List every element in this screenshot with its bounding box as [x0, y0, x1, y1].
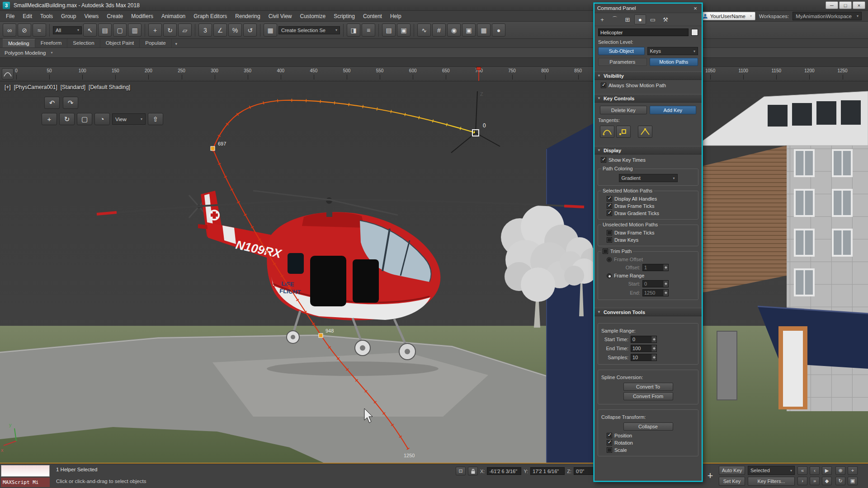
menu-item-help[interactable]: Help	[386, 11, 406, 21]
spinner[interactable]	[663, 281, 668, 287]
go-to-end-button[interactable]: »	[810, 477, 820, 485]
object-name-field[interactable]: Helicopter	[598, 28, 689, 36]
checkbox-position[interactable]: Position	[600, 432, 696, 439]
delete-key-button[interactable]: Delete Key	[600, 106, 647, 114]
tangent-linear-button[interactable]	[638, 126, 652, 138]
viewport-general-menu[interactable]: [+]	[5, 84, 11, 90]
rollout-display-header[interactable]: ▼ Display	[594, 146, 702, 155]
key-filters-button[interactable]: Key Filters...	[748, 477, 795, 486]
menu-item-animation[interactable]: Animation	[157, 11, 189, 21]
unlink-selection-icon[interactable]: ⊘	[18, 23, 31, 37]
isolate-selection-icon[interactable]: ⊡	[456, 467, 466, 475]
next-frame-button[interactable]: ›	[797, 477, 807, 485]
rectangular-selection-region-icon[interactable]: ▢	[113, 23, 127, 37]
tab-selection[interactable]: Selection	[67, 39, 100, 47]
keys-dropdown[interactable]: Keys ▾	[647, 47, 698, 55]
checkbox-draw-keys[interactable]: Draw Keys	[600, 236, 696, 244]
named-selection-sets-dropdown[interactable]: Create Selection Se▾	[278, 26, 340, 34]
create-tab-icon[interactable]: +	[596, 14, 608, 24]
undo-button[interactable]: ↶	[44, 97, 60, 109]
select-object-icon[interactable]: ↖	[83, 23, 97, 37]
tangent-smooth-button[interactable]	[600, 126, 614, 138]
samples-field[interactable]: 10	[631, 354, 657, 361]
rollout-visibility-header[interactable]: ▼ Visibility	[594, 71, 702, 80]
spinner-snap-toggle-icon[interactable]: ↺	[243, 23, 257, 37]
curve-editor-icon[interactable]: ∿	[417, 23, 431, 37]
menu-item-rendering[interactable]: Rendering	[231, 11, 264, 21]
key-mode-toggle-button[interactable]: ◆	[822, 477, 832, 485]
maximize-button[interactable]: □	[839, 1, 852, 9]
redo-button[interactable]: ↷	[63, 97, 78, 109]
zoom-button[interactable]: ⊕	[835, 466, 845, 475]
tab-object-paint[interactable]: Object Paint	[100, 39, 140, 47]
set-key-button[interactable]: Set Key	[719, 477, 745, 486]
viewport[interactable]: N109RX LIFE FLIGHT	[0, 81, 868, 464]
menu-item-graph-editors[interactable]: Graph Editors	[189, 11, 231, 21]
motion-paths-button[interactable]: Motion Paths	[650, 58, 698, 66]
utilities-tab-icon[interactable]: ⚒	[660, 14, 671, 24]
transform-gizmo-icon[interactable]: +	[704, 468, 716, 483]
navy-entrance-wall[interactable]	[546, 122, 596, 464]
spinner[interactable]	[651, 336, 656, 343]
menu-item-content[interactable]: Content	[359, 11, 386, 21]
tab-freeform[interactable]: Freeform	[35, 39, 68, 47]
select-and-link-icon[interactable]: ∞	[3, 23, 16, 37]
menu-item-civil-view[interactable]: Civil View	[264, 11, 296, 21]
play-animation-button[interactable]: ▶	[822, 466, 832, 475]
modify-tab-icon[interactable]: ⌒	[609, 14, 621, 24]
mirror-icon[interactable]: ◨	[347, 23, 360, 37]
workspace-dropdown[interactable]: MyAnimationWorkspace ▾	[793, 12, 862, 20]
y-coordinate-field[interactable]: 17'2 1 6/16"	[530, 467, 565, 475]
render-production-icon[interactable]: ●	[492, 23, 505, 37]
spinner[interactable]	[663, 264, 668, 271]
align-icon[interactable]: ≡	[362, 23, 375, 37]
end-field[interactable]: 1250	[642, 289, 669, 296]
checkbox-draw-frame-ticks[interactable]: Draw Frame Ticks	[600, 202, 696, 210]
motion-tab-icon[interactable]: ●	[634, 14, 646, 24]
keyframe-697[interactable]	[211, 146, 215, 150]
menu-item-group[interactable]: Group	[57, 11, 80, 21]
auto-key-button[interactable]: Auto Key	[719, 466, 745, 475]
menu-item-customize[interactable]: Customize	[296, 11, 330, 21]
spinner[interactable]	[651, 354, 656, 361]
start-time-field[interactable]: 0	[631, 336, 657, 343]
tab-populate[interactable]: Populate	[140, 39, 171, 47]
add-key-button[interactable]: Add Key	[650, 106, 697, 114]
offset-field[interactable]: 1	[642, 264, 669, 271]
orbit-tool-icon[interactable]: ◔	[94, 113, 110, 125]
view-dropdown[interactable]: View ▾	[112, 113, 146, 125]
maximize-tool-icon[interactable]: ⇧	[148, 113, 163, 125]
timeline-ticks[interactable]: 0501001502002503003504004505005506006507…	[0, 67, 868, 81]
orbit-view-button[interactable]: ↻	[835, 477, 845, 485]
go-to-start-button[interactable]: «	[797, 466, 807, 475]
command-panel-titlebar[interactable]: Command Panel ×	[594, 4, 702, 13]
selection-filter-dropdown[interactable]: All▾	[53, 26, 82, 34]
pan-view-button[interactable]: +	[848, 466, 858, 475]
tab-modeling[interactable]: Modeling	[3, 39, 35, 47]
selection-lock-icon[interactable]	[468, 467, 478, 475]
percent-snap-toggle-icon[interactable]: %	[228, 23, 242, 37]
menu-item-scripting[interactable]: Scripting	[330, 11, 359, 21]
select-and-scale-icon[interactable]: ▱	[178, 23, 192, 37]
menu-item-edit[interactable]: Edit	[19, 11, 36, 21]
spinner[interactable]	[651, 345, 656, 352]
select-and-move-icon[interactable]: +	[148, 23, 162, 37]
move-tool-icon[interactable]: +	[42, 113, 57, 125]
viewport-renderer-menu[interactable]: [Standard]	[61, 84, 85, 90]
previous-frame-button[interactable]: ‹	[810, 466, 820, 475]
checkbox-display-all-handles[interactable]: Display All Handles	[600, 195, 696, 202]
collapse-button[interactable]: Collapse	[623, 422, 673, 431]
timeline-ruler[interactable]: 0501001502002503003504004505005506006507…	[0, 67, 868, 81]
checkbox-always-show-motion-path[interactable]: Always Show Motion Path	[594, 82, 702, 89]
convert-to-button[interactable]: Convert To	[623, 383, 673, 391]
current-frame-marker[interactable]	[476, 67, 481, 70]
maximize-viewport-toggle-button[interactable]: ▣	[848, 477, 858, 485]
spinner[interactable]	[663, 290, 668, 296]
polygon-modeling-panel[interactable]: Polygon Modeling	[5, 50, 46, 56]
checkbox-rotation[interactable]: Rotation	[600, 439, 696, 446]
checkbox-show-key-times[interactable]: Show Key Times	[594, 156, 702, 164]
medical-building[interactable]	[696, 91, 868, 411]
menu-item-modifiers[interactable]: Modifiers	[127, 11, 157, 21]
toggle-scene-explorer-icon[interactable]: ▤	[382, 23, 396, 37]
ribbon-options-arrow-icon[interactable]: ▾	[172, 40, 181, 47]
